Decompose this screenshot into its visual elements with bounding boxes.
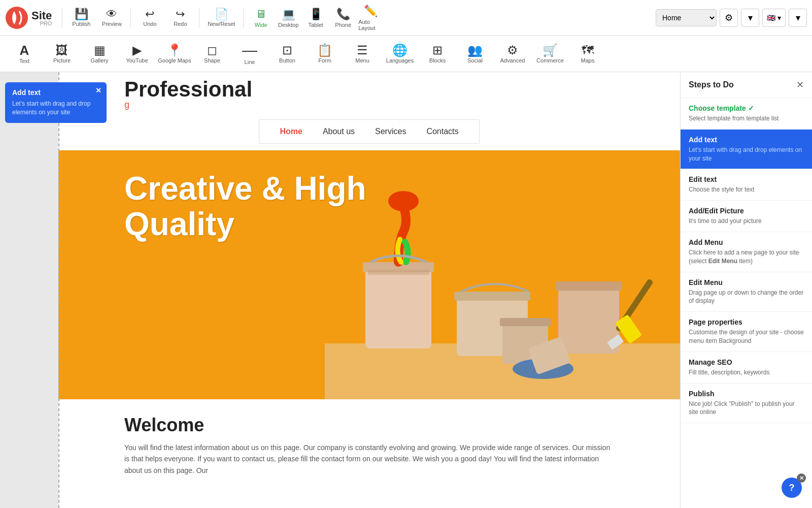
paint-buckets-illustration — [325, 150, 680, 399]
svg-rect-2 — [365, 267, 431, 348]
svg-rect-4 — [368, 270, 429, 275]
wide-button[interactable]: 🖥 Wide — [249, 4, 273, 32]
step-add-menu-desc: Click here to add a new page to your sit… — [689, 248, 804, 266]
undo-icon: ↩ — [145, 9, 154, 20]
step-manage-seo[interactable]: Manage SEO Fill title, description, keyw… — [681, 352, 812, 384]
lang-chevron-icon: ▾ — [777, 14, 781, 22]
lang-expand-icon: ▾ — [796, 12, 800, 23]
nav-about[interactable]: About us — [323, 127, 355, 136]
step-add-edit-picture-desc: It's time to add your picture — [689, 217, 804, 226]
page-select[interactable]: Home About us Services — [656, 9, 717, 26]
form-icon: 📋 — [317, 44, 332, 56]
separator-1 — [62, 8, 62, 28]
tablet-button[interactable]: 📱 Tablet — [303, 4, 328, 32]
step-edit-menu-desc: Drag page up or down to change the order… — [689, 289, 804, 306]
svg-rect-6 — [556, 281, 622, 291]
toolbar-form[interactable]: 📋 Form — [307, 38, 343, 70]
preview-label: Preview — [102, 21, 122, 27]
auto-layout-icon: ✏️ — [364, 5, 378, 18]
nav-home[interactable]: Home — [280, 127, 302, 136]
step-manage-seo-title: Manage SEO — [689, 358, 804, 366]
toolbar-commerce[interactable]: 🛒 Commerce — [532, 38, 568, 70]
lang-dropdown-button[interactable]: ▾ — [789, 9, 807, 27]
canvas[interactable]: ✕ Add text Let's start with drag and dro… — [0, 72, 680, 508]
logo-site-text: Site — [31, 9, 52, 22]
nav-contacts[interactable]: Contacts — [426, 127, 458, 136]
menu-icon: ☰ — [357, 44, 368, 56]
youtube-icon: ▶ — [132, 44, 142, 56]
step-add-text-desc: Let's start with drag and drop elements … — [689, 146, 804, 163]
toolbar-gallery[interactable]: ▦ Gallery — [81, 38, 118, 70]
step-add-text[interactable]: Add text Let's start with drag and drop … — [681, 130, 812, 170]
toolbar-line[interactable]: — Line — [231, 38, 268, 70]
site-preview: Professional g Home About us Services Co… — [58, 72, 680, 508]
preview-icon: 👁 — [106, 9, 117, 20]
step-choose-template[interactable]: Choose template Select template from tem… — [681, 98, 812, 130]
svg-rect-8 — [454, 292, 530, 301]
step-add-menu[interactable]: Add Menu Click here to add a new page to… — [681, 232, 812, 272]
step-add-menu-title: Add Menu — [689, 238, 804, 246]
help-close-button[interactable]: ✕ — [797, 473, 806, 483]
toolbar-text[interactable]: A Text — [6, 38, 43, 70]
redo-button[interactable]: ↪ Redo — [166, 4, 194, 32]
toolbar-menu[interactable]: ☰ Menu — [344, 38, 381, 70]
auto-layout-label: Auto Layout — [358, 19, 383, 31]
preview-button[interactable]: 👁 Preview — [98, 4, 125, 32]
tooltip-title: Add text — [12, 88, 99, 97]
hero-image — [325, 150, 680, 399]
site-title: Professional — [124, 77, 670, 102]
svg-point-0 — [6, 7, 28, 29]
desktop-label: Desktop — [278, 22, 298, 28]
settings-dropdown-button[interactable]: ▾ — [741, 9, 759, 27]
button-icon: ⊡ — [282, 44, 292, 56]
language-selector[interactable]: 🇬🇧 ▾ — [762, 9, 786, 27]
desktop-button[interactable]: 💻 Desktop — [276, 4, 300, 32]
new-reset-button[interactable]: 📄 New/Reset — [205, 4, 238, 32]
toolbar-google-maps[interactable]: 📍 Google Maps — [156, 38, 193, 70]
settings-button[interactable]: ⚙ — [720, 9, 738, 27]
advanced-icon: ⚙ — [507, 44, 518, 56]
step-page-properties[interactable]: Page properties Customise the design of … — [681, 312, 812, 352]
undo-button[interactable]: ↩ Undo — [136, 4, 163, 32]
toolbar-button[interactable]: ⊡ Button — [269, 38, 306, 70]
step-edit-menu[interactable]: Edit Menu Drag page up or down to change… — [681, 272, 812, 312]
tablet-label: Tablet — [308, 22, 323, 28]
wide-label: Wide — [255, 22, 267, 28]
step-edit-text[interactable]: Edit text Choose the style for text — [681, 169, 812, 201]
wide-icon: 🖥 — [255, 8, 266, 21]
separator-2 — [130, 8, 131, 28]
step-publish[interactable]: Publish Nice job! Click "Publish" to pub… — [681, 384, 812, 424]
toolbar-blocks[interactable]: ⊞ Blocks — [419, 38, 456, 70]
step-add-text-title: Add text — [689, 136, 804, 144]
toolbar-social[interactable]: 👥 Social — [457, 38, 493, 70]
toolbar-languages[interactable]: 🌐 Languages — [382, 38, 418, 70]
auto-layout-button[interactable]: ✏️ Auto Layout — [358, 4, 383, 32]
new-reset-icon: 📄 — [215, 9, 228, 20]
publish-button[interactable]: 💾 Publish — [67, 4, 95, 32]
steps-panel-title: Steps to Do — [689, 80, 734, 89]
toolbar-shape[interactable]: ◻ Shape — [194, 38, 230, 70]
step-publish-desc: Nice job! Click "Publish" to publish you… — [689, 400, 804, 417]
desktop-icon: 💻 — [282, 8, 295, 21]
separator-4 — [243, 8, 244, 28]
tooltip-close-button[interactable]: ✕ — [95, 86, 101, 94]
svg-rect-10 — [500, 318, 551, 326]
step-edit-text-title: Edit text — [689, 175, 804, 183]
toolbar-youtube[interactable]: ▶ YouTube — [119, 38, 155, 70]
toolbar-maps[interactable]: 🗺 Maps — [569, 38, 606, 70]
main-area: ✕ Add text Let's start with drag and dro… — [0, 72, 812, 508]
separator-3 — [199, 8, 199, 28]
welcome-section: Welcome You will find the latest informa… — [58, 399, 680, 491]
toolbar-advanced[interactable]: ⚙ Advanced — [494, 38, 531, 70]
steps-panel-close-button[interactable]: ✕ — [796, 79, 804, 90]
steps-panel: Steps to Do ✕ Choose template Select tem… — [680, 72, 812, 508]
toolbar-picture[interactable]: 🖼 Picture — [44, 38, 80, 70]
element-toolbar: A Text 🖼 Picture ▦ Gallery ▶ YouTube 📍 G… — [0, 36, 812, 72]
nav-services[interactable]: Services — [375, 127, 406, 136]
redo-label: Redo — [174, 21, 187, 27]
step-page-properties-desc: Customise the design of your site - choo… — [689, 328, 804, 345]
phone-button[interactable]: 📞 Phone — [331, 4, 355, 32]
step-add-edit-picture[interactable]: Add/Edit Picture It's time to add your p… — [681, 201, 812, 232]
phone-icon: 📞 — [336, 8, 350, 21]
help-button[interactable]: ✕ ? — [782, 478, 802, 498]
